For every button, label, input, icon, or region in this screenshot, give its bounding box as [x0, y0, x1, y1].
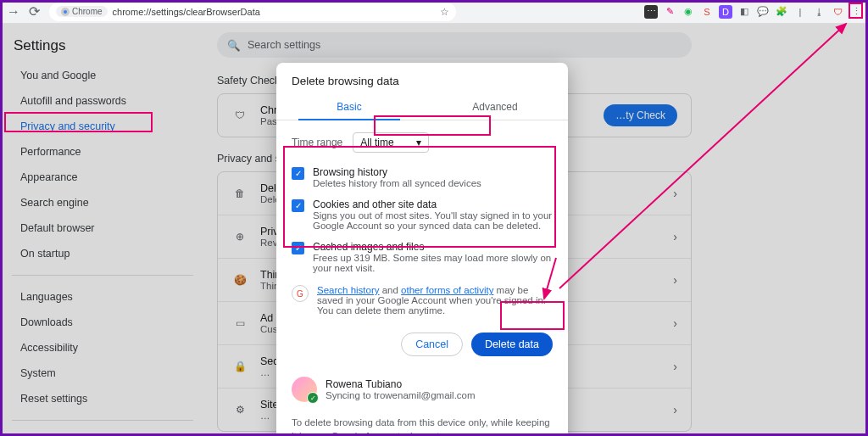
user-name: Rowena Tubiano — [326, 378, 476, 390]
other-activity-link[interactable]: other forms of activity — [401, 285, 493, 295]
ext-d-icon[interactable]: D — [719, 5, 732, 19]
option-cookies[interactable]: ✓ Cookies and other site dataSigns you o… — [276, 193, 568, 236]
site-chip-label: Chrome — [72, 7, 103, 16]
time-range-select[interactable]: All time ▾ — [353, 132, 428, 153]
ext-grammarly-icon[interactable]: ◉ — [682, 5, 695, 19]
user-sync-status: Syncing to trowenamil@gmail.com — [326, 390, 476, 400]
reload-button[interactable]: ⟳ — [25, 3, 42, 20]
chrome-logo-icon — [61, 8, 70, 16]
search-history-link[interactable]: Search history — [317, 285, 380, 295]
ext-pencil-icon[interactable]: ✎ — [663, 5, 676, 19]
url-bar[interactable]: Chrome chrome://settings/clearBrowserDat… — [49, 3, 456, 21]
tab-advanced[interactable]: Advanced — [422, 96, 568, 120]
cancel-button[interactable]: Cancel — [401, 333, 463, 356]
time-range-label: Time range — [292, 137, 342, 148]
extension-tray: ⋯ ✎ ◉ S D ◧ 💬 🧩 | ⭳ 🛡 ⋮ — [644, 5, 863, 19]
sync-user-row: Rowena TubianoSyncing to trowenamil@gmai… — [276, 370, 568, 411]
ext-ublock-icon[interactable]: 🛡 — [831, 5, 844, 19]
kebab-menu-icon[interactable]: ⋮ — [849, 5, 863, 19]
checkbox-checked-icon[interactable]: ✓ — [292, 167, 304, 180]
time-range-value: All time — [360, 137, 393, 148]
chevron-down-icon: ▾ — [416, 137, 421, 148]
sign-out-link[interactable]: sign out — [405, 431, 439, 436]
user-avatar-icon — [292, 377, 317, 402]
option-browsing-history[interactable]: ✓ Browsing historyDeletes history from a… — [276, 161, 568, 193]
divider-icon: | — [793, 5, 807, 19]
option-cached-images[interactable]: ✓ Cached images and filesFrees up 319 MB… — [276, 236, 568, 278]
google-g-icon: G — [292, 285, 309, 302]
browser-toolbar: → ⟳ Chrome chrome://settings/clearBrowse… — [0, 0, 868, 24]
ext-dashlane-icon[interactable]: ⋯ — [644, 5, 658, 19]
checkbox-checked-icon[interactable]: ✓ — [292, 242, 304, 254]
checkbox-checked-icon[interactable]: ✓ — [292, 199, 304, 212]
svg-point-1 — [64, 10, 67, 14]
dialog-title: Delete browsing data — [276, 63, 568, 96]
ext-generic-icon[interactable]: ◧ — [737, 5, 751, 19]
tab-basic[interactable]: Basic — [276, 96, 422, 120]
google-activity-info: G Search history and other forms of acti… — [276, 278, 568, 322]
site-chip: Chrome — [56, 6, 108, 17]
ext-chat-icon[interactable]: 💬 — [756, 5, 770, 19]
extensions-puzzle-icon[interactable]: 🧩 — [775, 5, 788, 19]
delete-browsing-data-dialog: Delete browsing data Basic Advanced Time… — [276, 63, 568, 436]
device-only-note: To delete browsing data from this device… — [276, 411, 568, 436]
delete-data-button[interactable]: Delete data — [471, 333, 553, 356]
nav-forward-button[interactable]: → — [5, 3, 22, 20]
bookmark-star-icon[interactable]: ☆ — [440, 6, 449, 18]
url-text: chrome://settings/clearBrowserData — [113, 7, 260, 17]
download-icon[interactable]: ⭳ — [812, 5, 826, 19]
ext-red-s-icon[interactable]: S — [700, 5, 714, 19]
dialog-tabs: Basic Advanced — [276, 96, 568, 120]
